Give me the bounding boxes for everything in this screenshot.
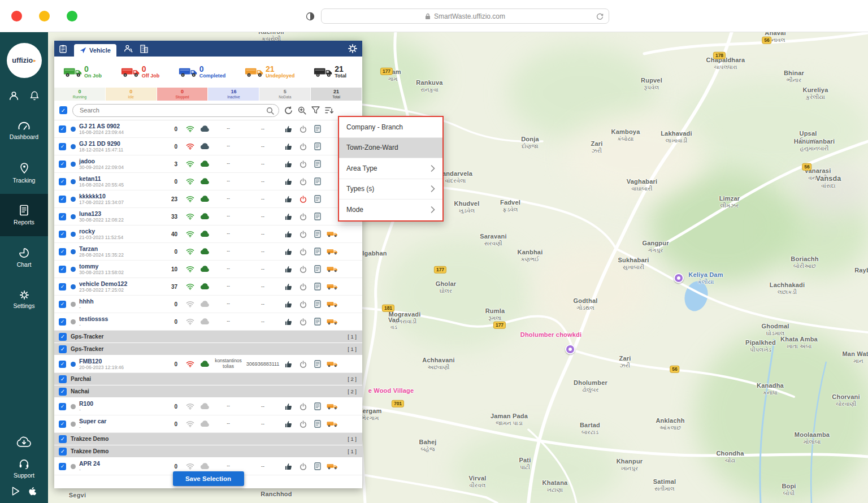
thumbs-up-icon[interactable] [281, 213, 296, 220]
status-filter-running[interactable]: 0Running [54, 88, 106, 101]
vehicle-row[interactable]: ✓GJ 21 AS 090216-08-2024 23:09:440---- [54, 120, 362, 138]
power-icon[interactable] [296, 301, 310, 308]
close-window-button[interactable] [11, 11, 22, 21]
context-menu-item-town-zone-ward[interactable]: Town-Zone-Ward [339, 138, 442, 159]
report-icon[interactable] [310, 213, 325, 220]
minimize-window-button[interactable] [39, 11, 50, 21]
power-icon[interactable] [296, 196, 310, 203]
thumbs-up-icon[interactable] [281, 196, 296, 203]
power-icon[interactable] [296, 125, 310, 133]
report-icon[interactable] [310, 248, 325, 255]
row-checkbox[interactable]: ✓ [59, 463, 66, 470]
group-row[interactable]: ✓Trakzee Demo[ 1 ] [54, 445, 362, 458]
report-icon[interactable] [310, 420, 325, 428]
thumbs-up-icon[interactable] [281, 231, 296, 238]
report-icon[interactable] [310, 300, 325, 308]
reload-icon[interactable] [596, 13, 604, 20]
group-row[interactable]: ✓Gps-Tracker[ 1 ] [54, 331, 362, 343]
group-row[interactable]: ✓Nachai[ 2 ] [54, 385, 362, 398]
sidebar-item-chart[interactable]: Chart [0, 236, 48, 279]
vehicle-row[interactable]: ✓jadoo30-09-2024 22:09:043---- [54, 155, 362, 173]
thumbs-up-icon[interactable] [281, 420, 296, 428]
group-checkbox[interactable]: ✓ [59, 333, 67, 341]
row-checkbox[interactable]: ✓ [59, 248, 66, 255]
row-checkbox[interactable]: ✓ [59, 318, 66, 326]
group-checkbox[interactable]: ✓ [59, 435, 67, 443]
google-play-icon[interactable] [12, 487, 20, 496]
power-icon[interactable] [296, 318, 310, 326]
user-icon[interactable] [8, 90, 19, 101]
status-filter-stopped[interactable]: 0Stopped [157, 88, 209, 101]
thumbs-up-icon[interactable] [281, 361, 296, 368]
status-filter-idle[interactable]: 0Idle [106, 88, 157, 101]
row-checkbox[interactable]: ✓ [59, 301, 66, 308]
group-checkbox[interactable]: ✓ [59, 375, 67, 383]
page-appearance-icon[interactable] [306, 12, 315, 21]
status-filter-inactive[interactable]: 16Inactive [208, 88, 259, 101]
vehicle-row[interactable]: ✓kkkkkk1017-08-2022 15:34:0723---- [54, 190, 362, 208]
vehicle-row[interactable]: ✓hhhh-0---- [54, 296, 362, 313]
vehicle-row[interactable]: ✓FMB12020-06-2023 12:19:460konstantinos … [54, 355, 362, 373]
report-icon[interactable] [310, 177, 325, 185]
sidebar-item-settings[interactable]: Settings [0, 279, 48, 321]
search-input[interactable] [72, 104, 279, 117]
thumbs-up-icon[interactable] [281, 403, 296, 410]
context-menu-item-types-s[interactable]: Types (s) [339, 179, 442, 200]
zoom-window-button[interactable] [67, 11, 77, 21]
power-icon[interactable] [296, 403, 310, 410]
report-icon[interactable] [310, 142, 325, 150]
filter-funnel-icon[interactable] [311, 106, 320, 114]
report-icon[interactable] [310, 402, 325, 410]
power-icon[interactable] [296, 463, 310, 470]
row-checkbox[interactable]: ✓ [59, 161, 66, 168]
thumbs-up-icon[interactable] [281, 266, 296, 273]
group-row[interactable]: ✓Gps-Tracker[ 1 ] [54, 343, 362, 355]
group-checkbox[interactable]: ✓ [59, 388, 67, 396]
company-tab-icon[interactable] [140, 45, 148, 53]
status-filter-total[interactable]: 21Total [311, 88, 362, 101]
vehicle-row[interactable]: ✓tommy30-08-2023 13:58:0210---- [54, 261, 362, 278]
row-checkbox[interactable]: ✓ [59, 143, 66, 150]
report-icon[interactable] [310, 265, 325, 273]
save-selection-button[interactable]: Save Selection [173, 471, 244, 486]
report-icon[interactable] [310, 230, 325, 238]
sidebar-item-tracking[interactable]: Tracking [0, 151, 48, 194]
notifications-bell-icon[interactable] [29, 90, 40, 101]
clipboard-tab-icon[interactable] [59, 45, 67, 53]
vehicle-row[interactable]: ✓luna12330-08-2022 12:08:2233---- [54, 208, 362, 226]
group-row[interactable]: ✓Parchai[ 2 ] [54, 373, 362, 385]
vehicle-row[interactable]: ✓testiossss-0---- [54, 313, 362, 331]
report-icon[interactable] [310, 195, 325, 203]
thumbs-up-icon[interactable] [281, 463, 296, 470]
row-checkbox[interactable]: ✓ [59, 403, 66, 410]
row-checkbox[interactable]: ✓ [59, 231, 66, 238]
refresh-icon[interactable] [284, 106, 293, 115]
select-all-checkbox[interactable]: ✓ [59, 106, 67, 114]
vehicle-row[interactable]: ✓R100-0---- [54, 398, 362, 415]
power-icon[interactable] [296, 361, 310, 368]
status-filter-nodata[interactable]: 5NoData [259, 88, 311, 101]
thumbs-up-icon[interactable] [281, 125, 296, 133]
tab-vehicle[interactable]: Vehicle [74, 44, 116, 57]
report-icon[interactable] [310, 160, 325, 168]
power-icon[interactable] [296, 178, 310, 185]
thumbs-up-icon[interactable] [281, 248, 296, 255]
power-icon[interactable] [296, 283, 310, 290]
vehicle-row[interactable]: ✓GJ 21 DD 929018-12-2024 15:47:110---- [54, 138, 362, 155]
sort-icon[interactable] [325, 106, 333, 114]
row-checkbox[interactable]: ✓ [59, 420, 66, 428]
thumbs-up-icon[interactable] [281, 143, 296, 150]
report-icon[interactable] [310, 283, 325, 290]
sidebar-item-reports[interactable]: Reports [0, 194, 48, 236]
row-checkbox[interactable]: ✓ [59, 283, 66, 290]
thumbs-up-icon[interactable] [281, 301, 296, 308]
thumbs-up-icon[interactable] [281, 283, 296, 290]
vehicle-row[interactable]: ✓Super car-0---- [54, 415, 362, 433]
panel-settings-gear-icon[interactable] [348, 44, 357, 53]
power-icon[interactable] [296, 161, 310, 168]
cloud-download-icon[interactable] [16, 436, 32, 447]
group-checkbox[interactable]: ✓ [59, 345, 67, 353]
group-row[interactable]: ✓Trakzee Demo[ 1 ] [54, 433, 362, 445]
apple-icon[interactable] [28, 487, 36, 496]
power-icon[interactable] [296, 213, 310, 220]
